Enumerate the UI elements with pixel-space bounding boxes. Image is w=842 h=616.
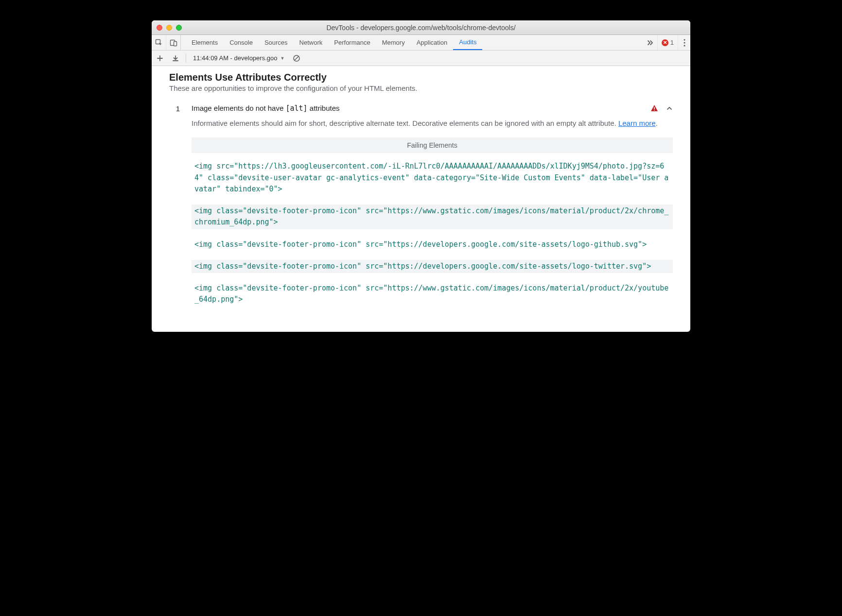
tab-memory[interactable]: Memory (376, 35, 411, 50)
failing-element: <img src="https://lh3.googleusercontent.… (192, 160, 673, 196)
svg-rect-8 (654, 110, 655, 111)
panel-tabs: Elements Console Sources Network Perform… (181, 35, 643, 50)
tab-elements[interactable]: Elements (186, 35, 224, 50)
inspect-icon[interactable] (152, 35, 166, 50)
tab-application[interactable]: Application (411, 35, 454, 50)
svg-point-3 (684, 39, 685, 40)
audit-number: 1 (169, 104, 180, 113)
audit-title-pre: Image elements do not have (192, 104, 285, 112)
titlebar: DevTools - developers.google.com/web/too… (152, 20, 690, 35)
audit-title: Image elements do not have [alt] attribu… (192, 104, 650, 113)
svg-point-5 (684, 45, 685, 46)
tab-network[interactable]: Network (294, 35, 329, 50)
failing-elements-header: Failing Elements (192, 137, 673, 153)
minimize-button[interactable] (166, 25, 172, 31)
audit-title-code: [alt] (285, 104, 307, 113)
dropdown-triangle-icon: ▼ (280, 56, 284, 61)
error-count: 1 (670, 39, 674, 46)
window-title: DevTools - developers.google.com/web/too… (157, 24, 685, 32)
audit-desc-text: Informative elements should aim for shor… (192, 119, 618, 127)
audit-description: Informative elements should aim for shor… (192, 118, 673, 129)
audit-desc-post: . (656, 119, 658, 127)
new-audit-icon[interactable] (155, 53, 165, 64)
tab-sources[interactable]: Sources (259, 35, 294, 50)
report-dropdown-label: 11:44:09 AM - developers.goo (193, 54, 277, 62)
svg-rect-2 (174, 41, 176, 46)
learn-more-link[interactable]: Learn more (618, 119, 656, 127)
audit-content: Elements Use Attributes Correctly These … (152, 66, 690, 332)
audits-toolbar: 11:44:09 AM - developers.goo ▼ (152, 51, 690, 66)
toolbar-divider (186, 54, 186, 63)
error-badge-icon: ✕ (662, 39, 668, 46)
failing-element: <img class="devsite-footer-promo-icon" s… (192, 238, 673, 251)
svg-point-4 (684, 42, 685, 43)
audit-row: 1 Image elements do not have [alt] attri… (169, 104, 673, 129)
devtools-tabbar: Elements Console Sources Network Perform… (152, 35, 690, 51)
devtools-window: DevTools - developers.google.com/web/too… (152, 20, 690, 332)
failing-element: <img class="devsite-footer-promo-icon" s… (192, 205, 673, 229)
section-title: Elements Use Attributes Correctly (169, 72, 673, 83)
tab-performance[interactable]: Performance (328, 35, 376, 50)
tab-console[interactable]: Console (224, 35, 259, 50)
clear-icon[interactable] (291, 53, 302, 64)
audit-header[interactable]: Image elements do not have [alt] attribu… (192, 104, 673, 113)
failing-element: <img class="devsite-footer-promo-icon" s… (192, 282, 673, 307)
tab-audits[interactable]: Audits (453, 35, 482, 50)
maximize-button[interactable] (176, 25, 182, 31)
failing-elements-area: Failing Elements <img src="https://lh3.g… (192, 137, 673, 306)
chevron-up-icon[interactable] (666, 105, 673, 112)
failing-element: <img class="devsite-footer-promo-icon" s… (192, 260, 673, 273)
tabs-overflow-icon[interactable] (643, 35, 657, 50)
close-button[interactable] (157, 25, 162, 31)
download-icon[interactable] (170, 53, 181, 64)
kebab-menu-icon[interactable] (678, 35, 690, 50)
report-dropdown[interactable]: 11:44:09 AM - developers.goo ▼ (191, 54, 286, 62)
section-subtitle: These are opportunities to improve the c… (169, 84, 673, 92)
audit-title-post: attributes (308, 104, 340, 112)
device-toggle-icon[interactable] (166, 35, 181, 50)
svg-rect-7 (654, 107, 655, 110)
error-count-group[interactable]: ✕ 1 (657, 35, 678, 50)
warning-icon (650, 104, 658, 112)
traffic-lights (157, 25, 182, 31)
